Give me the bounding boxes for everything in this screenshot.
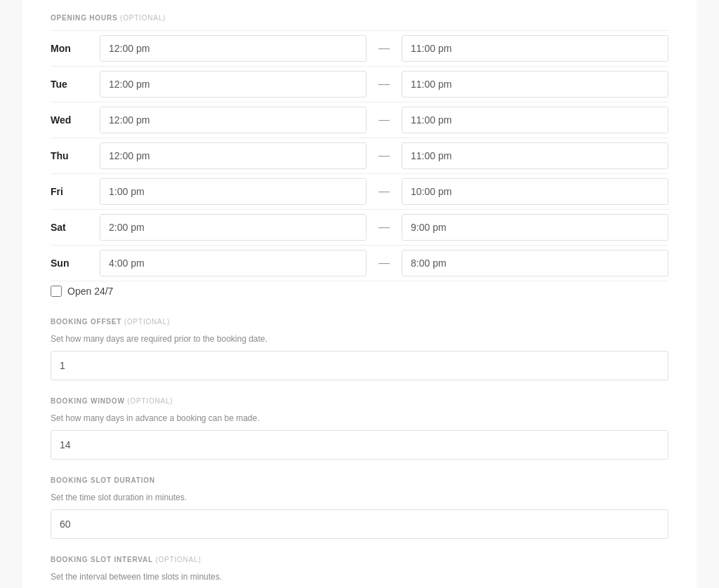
hours-row-tue: Tue — — [51, 67, 668, 102]
day-label-sun: Sun — [51, 258, 100, 269]
booking-slot-duration-input[interactable] — [51, 509, 668, 539]
open-time-thu[interactable] — [100, 142, 367, 169]
day-label-sat: Sat — [51, 222, 100, 233]
booking-window-section: BOOKING WINDOW (OPTIONAL) Set how many d… — [51, 397, 668, 460]
close-time-tue[interactable] — [402, 71, 668, 98]
opening-hours-label: OPENING HOURS (OPTIONAL) — [51, 14, 668, 22]
dash-sun: — — [367, 257, 402, 269]
booking-window-label: BOOKING WINDOW (OPTIONAL) — [51, 397, 668, 405]
booking-window-input[interactable] — [51, 430, 668, 460]
dash-fri: — — [367, 185, 402, 198]
dash-tue: — — [367, 78, 402, 91]
day-label-mon: Mon — [51, 43, 100, 54]
dash-mon: — — [367, 42, 402, 55]
dash-wed: — — [367, 114, 402, 126]
booking-offset-section: BOOKING OFFSET (OPTIONAL) Set how many d… — [51, 318, 668, 380]
day-label-fri: Fri — [51, 186, 100, 197]
dash-sat: — — [367, 221, 402, 234]
hours-row-wed: Wed — — [51, 102, 668, 138]
hours-row-fri: Fri — — [51, 174, 668, 210]
open-time-fri[interactable] — [100, 178, 367, 205]
hours-row-sat: Sat — — [51, 210, 668, 246]
open-247-label[interactable]: Open 24/7 — [67, 286, 113, 297]
open-time-sun[interactable] — [100, 250, 367, 276]
open-time-tue[interactable] — [100, 71, 367, 98]
close-time-sat[interactable] — [402, 214, 668, 241]
hours-row-mon: Mon — — [51, 30, 668, 67]
opening-hours-section: OPENING HOURS (OPTIONAL) Mon — Tue — Wed… — [51, 14, 668, 297]
open-time-mon[interactable] — [100, 35, 367, 62]
booking-slot-interval-label: BOOKING SLOT INTERVAL (OPTIONAL) — [51, 556, 668, 563]
close-time-sun[interactable] — [402, 250, 668, 276]
booking-slot-interval-description: Set the interval between time slots in m… — [51, 572, 668, 582]
open-247-checkbox[interactable] — [51, 286, 62, 297]
booking-slot-duration-description: Set the time slot duration in minutes. — [51, 493, 668, 502]
page-container: OPENING HOURS (OPTIONAL) Mon — Tue — Wed… — [22, 0, 697, 588]
booking-slot-duration-label: BOOKING SLOT DURATION — [51, 476, 668, 484]
booking-slot-duration-section: BOOKING SLOT DURATION Set the time slot … — [51, 476, 668, 539]
open-time-wed[interactable] — [100, 107, 367, 133]
day-label-tue: Tue — [51, 79, 100, 90]
close-time-wed[interactable] — [402, 107, 668, 133]
hours-row-thu: Thu — — [51, 138, 668, 174]
dash-thu: — — [367, 149, 402, 162]
booking-offset-description: Set how many days are required prior to … — [51, 334, 668, 344]
booking-offset-label: BOOKING OFFSET (OPTIONAL) — [51, 318, 668, 326]
close-time-fri[interactable] — [402, 178, 668, 205]
booking-offset-input[interactable] — [51, 351, 668, 380]
day-label-wed: Wed — [51, 114, 100, 126]
open-time-sat[interactable] — [100, 214, 367, 241]
close-time-thu[interactable] — [402, 142, 668, 169]
close-time-mon[interactable] — [402, 35, 668, 62]
hours-rows: Mon — Tue — Wed — Thu — Fri — Sat — [51, 30, 668, 281]
booking-slot-interval-section: BOOKING SLOT INTERVAL (OPTIONAL) Set the… — [51, 556, 668, 588]
day-label-thu: Thu — [51, 150, 100, 161]
open-247-row: Open 24/7 — [51, 286, 668, 297]
booking-window-description: Set how many days in advance a booking c… — [51, 413, 668, 423]
hours-row-sun: Sun — — [51, 246, 668, 281]
